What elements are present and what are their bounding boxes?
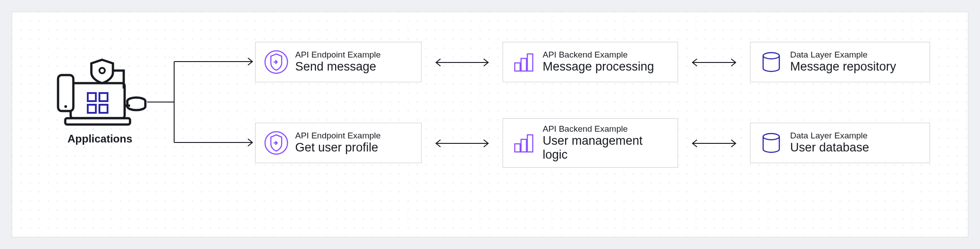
- svg-rect-19: [527, 54, 533, 71]
- api-endpoint-icon: [264, 130, 289, 156]
- svg-rect-18: [521, 58, 526, 71]
- node-title: Send message: [295, 60, 381, 74]
- bar-chart-icon: [511, 130, 536, 156]
- node-endpoint-get-user-profile: API Endpoint Example Get user profile: [255, 123, 422, 163]
- svg-rect-1: [65, 118, 130, 124]
- node-backend-message-processing: API Backend Example Message processing: [503, 42, 678, 82]
- node-caption: API Backend Example: [543, 124, 670, 134]
- bidir-arrow: [431, 138, 494, 149]
- node-caption: Data Layer Example: [790, 131, 869, 141]
- node-caption: API Backend Example: [543, 50, 654, 60]
- svg-rect-26: [527, 135, 533, 152]
- svg-point-21: [763, 53, 779, 59]
- svg-point-28: [763, 133, 779, 140]
- bidir-arrow: [687, 57, 741, 68]
- node-data-user-database: Data Layer Example User database: [750, 123, 930, 163]
- node-caption: API Endpoint Example: [295, 131, 381, 141]
- database-icon: [759, 49, 784, 75]
- svg-rect-17: [515, 63, 520, 71]
- node-caption: Data Layer Example: [790, 50, 896, 60]
- node-backend-user-management: API Backend Example User management logi…: [503, 118, 678, 168]
- node-title: Message processing: [543, 60, 654, 74]
- database-icon: [759, 130, 784, 156]
- applications-cluster: Applications: [48, 57, 152, 145]
- bar-chart-icon: [511, 49, 536, 75]
- node-title: User management logic: [543, 134, 670, 162]
- devices-icon: [53, 57, 147, 129]
- node-title: Get user profile: [295, 141, 381, 155]
- branch-connector: [147, 53, 260, 151]
- node-title: User database: [790, 141, 869, 155]
- bidir-arrow: [431, 57, 494, 68]
- api-endpoint-icon: [264, 49, 289, 75]
- svg-point-7: [64, 105, 67, 108]
- diagram-canvas: Applications API Endpoint Example Send m…: [12, 12, 968, 237]
- svg-rect-25: [521, 139, 526, 152]
- node-title: Message repository: [790, 60, 896, 74]
- svg-rect-0: [71, 83, 125, 118]
- bidir-arrow: [687, 138, 741, 149]
- node-endpoint-send-message: API Endpoint Example Send message: [255, 42, 422, 82]
- applications-label: Applications: [48, 133, 152, 145]
- node-caption: API Endpoint Example: [295, 50, 381, 60]
- svg-rect-24: [515, 144, 520, 152]
- node-data-message-repository: Data Layer Example Message repository: [750, 42, 930, 82]
